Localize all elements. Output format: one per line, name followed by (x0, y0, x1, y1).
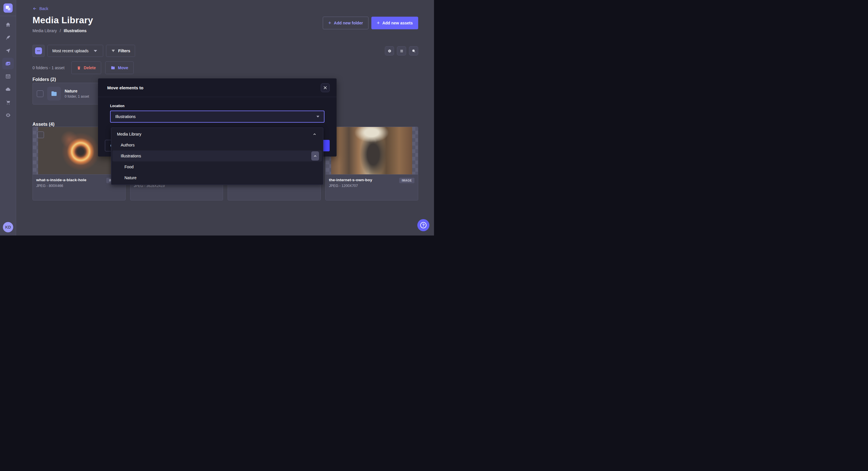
app-root: KD Back Media Library Media Library / Il… (0, 0, 434, 236)
tree-item-label: Illustrations (121, 154, 141, 158)
location-label: Location (110, 104, 324, 108)
tree-item-nature[interactable]: Nature (113, 172, 322, 183)
tree-item-label: Food (124, 165, 134, 169)
chevron-up-icon (314, 155, 317, 158)
location-tree-popover: Media Library Authors Illustrations Food… (111, 128, 323, 185)
tree-item-illustrations[interactable]: Illustrations (113, 150, 322, 161)
modal-close-button[interactable] (321, 83, 330, 92)
location-combobox[interactable]: Illustrations (110, 110, 324, 123)
modal-body: Location Illustrations (98, 97, 337, 123)
close-icon (323, 86, 327, 89)
modal-header: Move elements to (98, 78, 337, 97)
chevron-down-icon (316, 116, 319, 117)
location-value: Illustrations (115, 114, 136, 119)
tree-item-authors[interactable]: Authors (113, 140, 322, 150)
tree-item-label: Media Library (117, 132, 142, 136)
tree-item-food[interactable]: Food (113, 161, 322, 172)
tree-item-label: Authors (121, 143, 134, 147)
chevron-up-icon[interactable] (313, 133, 316, 136)
collapse-children-button[interactable] (311, 152, 319, 161)
tree-item-media-library[interactable]: Media Library (113, 129, 322, 140)
modal-title: Move elements to (107, 85, 144, 90)
tree-item-label: Nature (124, 175, 136, 180)
